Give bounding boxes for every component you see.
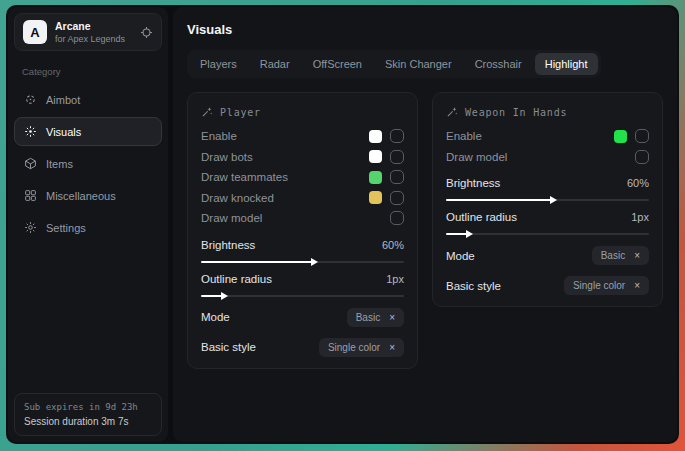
toggle-label: Draw bots bbox=[201, 151, 253, 163]
sidebar-item-settings[interactable]: Settings bbox=[14, 213, 162, 242]
checkbox[interactable] bbox=[390, 129, 404, 143]
slider-thumb[interactable] bbox=[550, 196, 557, 204]
main-content: Visuals Players Radar OffScreen Skin Cha… bbox=[173, 7, 677, 442]
sidebar-item-label: Aimbot bbox=[46, 94, 80, 106]
slider-track[interactable] bbox=[446, 199, 649, 201]
tab-offscreen[interactable]: OffScreen bbox=[303, 53, 372, 75]
tab-radar[interactable]: Radar bbox=[250, 53, 300, 75]
slider-fill bbox=[446, 199, 552, 201]
app-window: A Arcane for Apex Legends Category Aimbo… bbox=[6, 5, 679, 444]
panel-title: Player bbox=[220, 107, 261, 118]
app-header-card: A Arcane for Apex Legends bbox=[14, 13, 162, 51]
session-duration-text: Session duration 3m 7s bbox=[24, 416, 152, 427]
basic-style-tag[interactable]: Single color × bbox=[564, 276, 649, 295]
panel-header: Weapon In Hands bbox=[446, 106, 649, 118]
sub-expires-text: Sub expires in 9d 23h bbox=[24, 402, 152, 412]
color-swatch[interactable] bbox=[614, 130, 627, 143]
slider-label: Brightness bbox=[201, 239, 255, 251]
gear-icon bbox=[24, 221, 37, 234]
checkbox[interactable] bbox=[390, 170, 404, 184]
wand-icon bbox=[201, 106, 213, 118]
checkbox[interactable] bbox=[390, 211, 404, 225]
tag-label: Basic bbox=[601, 250, 625, 261]
toggle-label: Enable bbox=[446, 130, 482, 142]
slider-thumb[interactable] bbox=[466, 230, 473, 238]
tab-skin-changer[interactable]: Skin Changer bbox=[375, 53, 462, 75]
sidebar-item-visuals[interactable]: Visuals bbox=[14, 117, 162, 146]
tab-players[interactable]: Players bbox=[190, 53, 247, 75]
sidebar-item-miscellaneous[interactable]: Miscellaneous bbox=[14, 181, 162, 210]
outline-radius-slider: Outline radius 1px bbox=[201, 273, 404, 297]
toggle-row-draw-bots: Draw bots bbox=[201, 147, 404, 168]
toggle-label: Draw teammates bbox=[201, 171, 288, 183]
slider-value: 1px bbox=[386, 273, 404, 285]
tab-bar: Players Radar OffScreen Skin Changer Cro… bbox=[187, 50, 601, 78]
slider-fill bbox=[201, 295, 223, 297]
sidebar-item-label: Items bbox=[46, 158, 73, 170]
sparkle-eye-icon bbox=[24, 125, 37, 138]
remove-tag-icon[interactable]: × bbox=[389, 342, 395, 353]
select-row-basic-style: Basic style Single color × bbox=[201, 338, 404, 357]
checkbox[interactable] bbox=[390, 150, 404, 164]
sidebar-item-aimbot[interactable]: Aimbot bbox=[14, 85, 162, 114]
mode-tag[interactable]: Basic × bbox=[347, 308, 404, 327]
color-swatch[interactable] bbox=[369, 191, 382, 204]
slider-value: 60% bbox=[627, 177, 649, 189]
page-title: Visuals bbox=[187, 22, 663, 37]
sidebar-item-items[interactable]: Items bbox=[14, 149, 162, 178]
tab-highlight[interactable]: Highlight bbox=[535, 53, 598, 75]
sidebar-item-label: Visuals bbox=[46, 126, 81, 138]
app-meta: Arcane for Apex Legends bbox=[55, 20, 132, 44]
slider-label: Outline radius bbox=[201, 273, 272, 285]
weapon-in-hands-panel: Weapon In Hands Enable Draw model bbox=[432, 92, 663, 307]
sidebar: A Arcane for Apex Legends Category Aimbo… bbox=[8, 7, 168, 442]
player-panel: Player Enable Draw bots bbox=[187, 92, 418, 369]
color-swatch[interactable] bbox=[369, 130, 382, 143]
select-label: Mode bbox=[201, 311, 230, 323]
slider-thumb[interactable] bbox=[311, 258, 318, 266]
sidebar-item-label: Settings bbox=[46, 222, 86, 234]
remove-tag-icon[interactable]: × bbox=[389, 312, 395, 323]
category-label: Category bbox=[22, 66, 154, 77]
mode-tag[interactable]: Basic × bbox=[592, 246, 649, 265]
scope-icon[interactable] bbox=[140, 26, 153, 39]
checkbox[interactable] bbox=[635, 129, 649, 143]
wand-icon bbox=[446, 106, 458, 118]
toggle-row-draw-model: Draw model bbox=[201, 208, 404, 229]
tab-crosshair[interactable]: Crosshair bbox=[465, 53, 532, 75]
brightness-slider: Brightness 60% bbox=[201, 239, 404, 263]
color-swatch[interactable] bbox=[369, 171, 382, 184]
toggle-row-draw-knocked: Draw knocked bbox=[201, 188, 404, 209]
app-logo: A bbox=[23, 20, 47, 44]
select-label: Basic style bbox=[201, 341, 256, 353]
select-row-mode: Mode Basic × bbox=[446, 246, 649, 265]
slider-label: Outline radius bbox=[446, 211, 517, 223]
basic-style-tag[interactable]: Single color × bbox=[319, 338, 404, 357]
slider-track[interactable] bbox=[201, 261, 404, 263]
slider-thumb[interactable] bbox=[221, 292, 228, 300]
toggle-row-draw-teammates: Draw teammates bbox=[201, 167, 404, 188]
select-label: Mode bbox=[446, 250, 475, 262]
checkbox[interactable] bbox=[635, 150, 649, 164]
tag-label: Single color bbox=[328, 342, 380, 353]
cube-icon bbox=[24, 157, 37, 170]
slider-label: Brightness bbox=[446, 177, 500, 189]
brightness-slider: Brightness 60% bbox=[446, 177, 649, 201]
slider-fill bbox=[201, 261, 313, 263]
remove-tag-icon[interactable]: × bbox=[634, 280, 640, 291]
grid-icon bbox=[24, 189, 37, 202]
reticle-icon bbox=[24, 93, 37, 106]
outline-radius-slider: Outline radius 1px bbox=[446, 211, 649, 235]
remove-tag-icon[interactable]: × bbox=[634, 250, 640, 261]
toggle-label: Enable bbox=[201, 130, 237, 142]
toggle-label: Draw model bbox=[446, 151, 507, 163]
select-row-basic-style: Basic style Single color × bbox=[446, 276, 649, 295]
slider-track[interactable] bbox=[201, 295, 404, 297]
select-row-mode: Mode Basic × bbox=[201, 308, 404, 327]
app-subtitle: for Apex Legends bbox=[55, 34, 132, 44]
slider-track[interactable] bbox=[446, 233, 649, 235]
color-swatch[interactable] bbox=[369, 150, 382, 163]
toggle-label: Draw model bbox=[201, 212, 262, 224]
app-name: Arcane bbox=[55, 20, 132, 32]
checkbox[interactable] bbox=[390, 191, 404, 205]
